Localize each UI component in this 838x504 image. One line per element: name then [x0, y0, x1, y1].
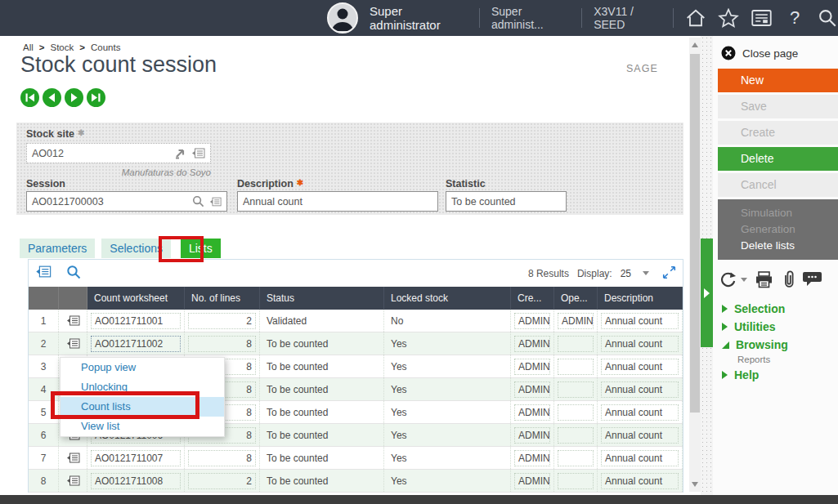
previous-record-icon[interactable]: [43, 88, 61, 107]
cell-worksheet[interactable]: AO0121711002: [87, 332, 185, 355]
topbar-role[interactable]: Super administ...: [491, 5, 570, 31]
help-link[interactable]: Help: [713, 366, 838, 384]
scroll-down-icon[interactable]: [692, 482, 698, 487]
cell-description[interactable]: Annual count: [598, 447, 683, 469]
delete-button[interactable]: Delete: [718, 147, 838, 171]
row-actions-icon[interactable]: [59, 470, 87, 492]
goto-icon[interactable]: [174, 148, 186, 159]
cell-cre[interactable]: ADMIN: [511, 447, 554, 469]
scrollbar-thumb[interactable]: [690, 54, 700, 413]
cell-ope[interactable]: [554, 401, 598, 423]
col-locked-stock[interactable]: Locked stock: [384, 287, 511, 310]
row-actions-icon[interactable]: [59, 332, 87, 355]
cell-ope[interactable]: [554, 447, 598, 469]
cell-cre[interactable]: ADMIN: [511, 378, 554, 400]
menu-item-count-lists[interactable]: Count lists: [60, 397, 224, 417]
cell-lines[interactable]: 8: [185, 332, 260, 355]
simulation-action[interactable]: Simulation: [718, 205, 838, 221]
browsing-link[interactable]: Browsing: [713, 336, 838, 354]
col-status[interactable]: Status: [260, 287, 384, 310]
col-description[interactable]: Description: [598, 287, 683, 310]
menu-item-popup-view[interactable]: Popup view: [60, 358, 224, 377]
table-row[interactable]: 7 AO0121711007 8 To be counted Yes ADMIN…: [29, 447, 683, 470]
detail-icon[interactable]: [191, 148, 205, 158]
refresh-icon[interactable]: [719, 271, 737, 288]
panel-collapse-handle[interactable]: [701, 239, 713, 347]
refresh-caret-icon[interactable]: [741, 278, 747, 282]
print-icon[interactable]: [755, 271, 773, 288]
new-button[interactable]: New: [718, 69, 838, 92]
cell-description[interactable]: Annual count: [598, 470, 683, 492]
search-icon[interactable]: [817, 7, 838, 29]
panel-splitter[interactable]: [701, 36, 713, 496]
cell-description[interactable]: Annual count: [598, 424, 683, 446]
table-row[interactable]: 1 AO0121711001 2 Validated No ADMIN ADMI…: [29, 310, 683, 332]
grid-detail-icon[interactable]: [35, 265, 52, 281]
cell-description[interactable]: Annual count: [598, 401, 683, 423]
home-icon[interactable]: [685, 7, 706, 29]
tab-parameters[interactable]: Parameters: [20, 239, 95, 258]
tab-lists[interactable]: Lists: [181, 239, 221, 258]
row-actions-icon[interactable]: [59, 310, 87, 332]
breadcrumb-counts[interactable]: Counts: [91, 42, 120, 52]
selection-link[interactable]: Selection: [713, 300, 838, 318]
menu-item-unlocking[interactable]: Unlocking: [60, 377, 224, 397]
comment-icon[interactable]: [802, 271, 822, 288]
utilities-link[interactable]: Utilities: [713, 318, 838, 336]
avatar[interactable]: [327, 2, 358, 33]
row-actions-icon[interactable]: [59, 447, 87, 469]
cell-description[interactable]: Annual count: [598, 332, 683, 355]
col-ope[interactable]: Ope...: [554, 287, 598, 310]
generation-action[interactable]: Generation: [718, 221, 838, 238]
delete-lists-action[interactable]: Delete lists: [718, 238, 838, 254]
cell-description[interactable]: Annual count: [598, 310, 683, 332]
page-size-caret-icon[interactable]: [643, 271, 649, 275]
table-row[interactable]: 8 AO0121711008 2 To be counted Yes ADMIN…: [29, 470, 683, 493]
tab-selections[interactable]: Selections: [101, 239, 171, 258]
stock-site-field[interactable]: AO012: [26, 143, 211, 163]
first-record-icon[interactable]: [20, 88, 39, 107]
cell-cre[interactable]: ADMIN: [511, 424, 554, 446]
reports-link[interactable]: Reports: [713, 355, 838, 364]
breadcrumb-all[interactable]: All: [23, 42, 34, 52]
cell-ope[interactable]: [554, 470, 598, 492]
cell-cre[interactable]: ADMIN: [511, 355, 554, 377]
cell-ope[interactable]: ADMIN: [554, 310, 598, 332]
page-size-value[interactable]: 25: [621, 268, 631, 279]
cell-ope[interactable]: [554, 332, 598, 355]
favorites-star-icon[interactable]: [718, 7, 739, 29]
menu-item-view-list[interactable]: View list: [60, 417, 224, 436]
col-count-worksheet[interactable]: Count worksheet: [87, 287, 185, 310]
next-record-icon[interactable]: [65, 88, 83, 107]
cell-cre[interactable]: ADMIN: [511, 401, 554, 423]
cell-lines[interactable]: 2: [185, 310, 260, 332]
topbar-user-name[interactable]: Super administrator: [370, 4, 468, 32]
cell-worksheet[interactable]: AO0121711001: [87, 310, 185, 332]
cell-cre[interactable]: ADMIN: [511, 332, 554, 355]
help-icon[interactable]: ?: [784, 7, 805, 29]
cell-worksheet[interactable]: AO0121711008: [87, 470, 185, 492]
scroll-up-icon[interactable]: [692, 42, 698, 47]
vertical-scrollbar[interactable]: [689, 38, 701, 492]
description-field[interactable]: Annual count: [237, 191, 438, 212]
detail-icon[interactable]: [209, 197, 222, 207]
cell-description[interactable]: Annual count: [598, 355, 683, 377]
statistic-field[interactable]: To be counted: [446, 191, 567, 212]
table-row[interactable]: 2 AO0121711002 8 To be counted Yes ADMIN…: [29, 332, 683, 355]
attachment-icon[interactable]: [781, 270, 795, 288]
cell-ope[interactable]: [554, 378, 598, 400]
cell-lines[interactable]: 8: [185, 447, 260, 469]
grid-search-icon[interactable]: [66, 265, 81, 283]
expand-grid-icon[interactable]: [662, 265, 676, 282]
breadcrumb-stock[interactable]: Stock: [51, 42, 74, 52]
last-record-icon[interactable]: [87, 88, 105, 107]
save-button[interactable]: Save: [718, 95, 838, 118]
col-no-of-lines[interactable]: No. of lines: [185, 287, 260, 310]
cell-worksheet[interactable]: AO0121711007: [87, 447, 185, 469]
lookup-icon[interactable]: [192, 195, 204, 207]
cell-ope[interactable]: [554, 355, 598, 377]
news-icon[interactable]: [751, 7, 773, 29]
cancel-button[interactable]: Cancel: [718, 173, 838, 197]
cell-lines[interactable]: 2: [185, 470, 260, 492]
create-button[interactable]: Create: [718, 121, 838, 145]
